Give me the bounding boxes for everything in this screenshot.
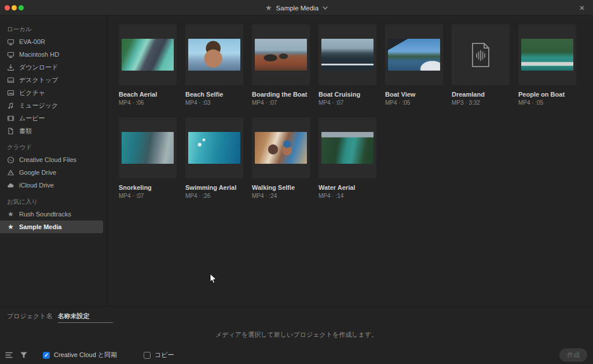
- sidebar-item-creative-cloud-files[interactable]: Creative Cloud Files: [0, 153, 103, 166]
- video-thumbnail: [388, 39, 440, 71]
- media-card-walking-selfie[interactable]: Walking Selfie MP4 · :24: [252, 117, 310, 199]
- media-tile[interactable]: [119, 24, 177, 85]
- media-meta: MP4 · :07: [319, 100, 376, 106]
- media-tile[interactable]: [319, 117, 376, 178]
- sidebar-item-label: EVA-00R: [19, 38, 45, 45]
- sidebar-item-pictures[interactable]: ピクチャ: [0, 86, 103, 99]
- media-title: Water Aerial: [319, 184, 376, 191]
- media-meta: MP4 · :06: [119, 100, 177, 106]
- media-card-snorkeling[interactable]: Snorkeling MP4 · :07: [119, 117, 177, 199]
- list-view-icon[interactable]: [5, 351, 13, 359]
- media-tile[interactable]: [385, 24, 443, 85]
- video-thumbnail: [255, 39, 307, 71]
- media-tile[interactable]: [252, 24, 310, 85]
- close-traffic-light[interactable]: [5, 5, 10, 10]
- create-button[interactable]: 作成: [559, 348, 587, 362]
- sidebar-item-label: Rush Soundtracks: [19, 211, 71, 218]
- copy-checkbox-label: コピー: [155, 351, 174, 359]
- video-thumbnail: [122, 132, 174, 164]
- sidebar-item-label: ミュージック: [19, 101, 58, 110]
- sidebar-item-icloud-drive[interactable]: iCloud Drive: [0, 179, 103, 192]
- sidebar-item-label: Macintosh HD: [19, 51, 59, 58]
- media-card-water-aerial[interactable]: Water Aerial MP4 · :14: [319, 117, 376, 199]
- movies-icon: [7, 115, 14, 122]
- sidebar-item-rush-soundtracks[interactable]: ★ Rush Soundtracks: [0, 208, 103, 220]
- sidebar-item-label: 書類: [19, 127, 32, 135]
- select-media-hint: メディアを選択して新しいプロジェクトを作成します。: [0, 330, 593, 339]
- media-card-beach-selfie[interactable]: Beach Selfie MP4 · :03: [185, 24, 243, 106]
- project-name-input[interactable]: 名称未設定: [58, 312, 113, 323]
- video-thumbnail: [188, 132, 240, 164]
- icloud-icon: [7, 182, 14, 189]
- media-title: Walking Selfie: [252, 184, 310, 191]
- sidebar-item-desktop[interactable]: デスクトップ: [0, 73, 103, 86]
- media-card-boarding-the-boat[interactable]: Boarding the Boat MP4 · :07: [252, 24, 310, 106]
- media-card-swimming-aerial[interactable]: Swimming Aerial MP4 · :26: [185, 117, 243, 199]
- sidebar-item-sample-media[interactable]: ★ Sample Media: [0, 220, 103, 233]
- media-tile[interactable]: [319, 24, 376, 85]
- media-card-dreamland[interactable]: Dreamland MP3 · 3:32: [452, 24, 510, 106]
- mouse-cursor: [210, 273, 217, 284]
- sidebar-item-label: Sample Media: [19, 223, 61, 230]
- media-meta: MP4 · :07: [119, 193, 177, 199]
- section-header-favorites: お気に入り: [0, 196, 107, 208]
- documents-icon: [7, 127, 14, 135]
- video-thumbnail: [188, 39, 240, 71]
- current-source-title: Sample Media: [276, 5, 319, 12]
- media-title: Beach Aerial: [119, 91, 177, 98]
- creative-cloud-icon: [7, 156, 14, 164]
- sync-creative-cloud-option[interactable]: Creative Cloud と同期: [43, 351, 117, 359]
- media-meta: MP4 · :24: [252, 193, 310, 199]
- sidebar-item-documents[interactable]: 書類: [0, 124, 103, 137]
- sync-checkbox[interactable]: [43, 352, 50, 359]
- media-tile[interactable]: [252, 117, 310, 178]
- media-meta: MP4 · :03: [185, 100, 243, 106]
- section-header-cloud: クラウド: [0, 142, 107, 153]
- sidebar-item-label: デスクトップ: [19, 76, 58, 84]
- sidebar-item-label: Google Drive: [19, 169, 56, 176]
- sync-checkbox-label: Creative Cloud と同期: [54, 351, 117, 359]
- media-browser: Beach Aerial MP4 · :06 Beach Selfie MP4 …: [108, 16, 593, 306]
- media-title: People on Boat: [518, 91, 576, 98]
- sidebar-item-movies[interactable]: ムービー: [0, 112, 103, 124]
- copy-media-option[interactable]: コピー: [144, 351, 174, 359]
- media-meta: MP4 · :07: [252, 100, 310, 106]
- media-card-people-on-boat[interactable]: People on Boat MP4 · :05: [518, 24, 576, 106]
- sidebar-item-macintosh-hd[interactable]: Macintosh HD: [0, 48, 103, 61]
- sidebar-item-label: ムービー: [19, 114, 45, 123]
- media-grid: Beach Aerial MP4 · :06 Beach Selfie MP4 …: [119, 24, 593, 199]
- sidebar-item-downloads[interactable]: ダウンロード: [0, 61, 103, 73]
- media-meta: MP3 · 3:32: [452, 100, 510, 106]
- close-icon[interactable]: ✕: [578, 4, 586, 12]
- star-icon: ★: [7, 223, 14, 231]
- media-title: Boarding the Boat: [252, 91, 310, 98]
- video-thumbnail: [122, 39, 174, 71]
- star-icon: ★: [265, 4, 272, 12]
- minimize-traffic-light[interactable]: [12, 5, 17, 10]
- media-title: Boat Cruising: [319, 91, 376, 98]
- sidebar-item-eva-00r[interactable]: EVA-00R: [0, 35, 103, 48]
- sidebar-item-music[interactable]: ミュージック: [0, 99, 103, 112]
- media-title: Snorkeling: [119, 184, 177, 191]
- copy-checkbox[interactable]: [144, 352, 151, 359]
- media-meta: MP4 · :05: [385, 100, 443, 106]
- media-meta: MP4 · :26: [185, 193, 243, 199]
- media-title: Dreamland: [452, 91, 510, 98]
- media-tile[interactable]: [452, 24, 510, 85]
- media-card-boat-view[interactable]: Boat View MP4 · :05: [385, 24, 443, 106]
- media-card-boat-cruising[interactable]: Boat Cruising MP4 · :07: [319, 24, 376, 106]
- zoom-traffic-light[interactable]: [19, 5, 24, 10]
- project-name-row: プロジェクト名 名称未設定: [7, 312, 113, 323]
- media-source-picker[interactable]: ★ Sample Media: [0, 0, 593, 16]
- filter-icon[interactable]: [20, 351, 28, 359]
- media-tile[interactable]: [518, 24, 576, 85]
- display-icon: [7, 38, 14, 46]
- sidebar-item-label: ダウンロード: [19, 63, 58, 72]
- media-tile[interactable]: [119, 117, 177, 178]
- bottom-toolbar: Creative Cloud と同期 コピー 作成: [0, 346, 593, 364]
- media-card-beach-aerial[interactable]: Beach Aerial MP4 · :06: [119, 24, 177, 106]
- media-tile[interactable]: [185, 24, 243, 85]
- media-tile[interactable]: [185, 117, 243, 178]
- sidebar-item-google-drive[interactable]: Google Drive: [0, 166, 103, 179]
- media-meta: MP4 · :14: [319, 193, 376, 199]
